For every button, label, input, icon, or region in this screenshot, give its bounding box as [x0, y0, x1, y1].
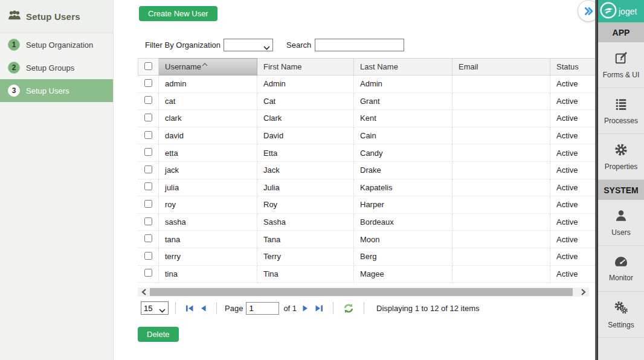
row-checkbox[interactable] — [144, 269, 152, 277]
sidebar-item-users[interactable]: Users — [598, 200, 644, 246]
organization-select[interactable] — [224, 39, 273, 51]
row-checkbox[interactable] — [144, 79, 152, 87]
table-row[interactable]: clark Clark Kent Active — [138, 110, 596, 127]
cell-last-name: Cain — [354, 127, 452, 144]
gear-icon — [614, 143, 628, 158]
row-checkbox[interactable] — [144, 182, 152, 190]
cell-username: clark — [159, 110, 257, 127]
cell-first-name: Cat — [257, 92, 354, 110]
row-checkbox[interactable] — [144, 166, 152, 173]
sidebar-item-label: Monitor — [609, 274, 633, 282]
section-header-app[interactable]: APP — [598, 22, 644, 42]
scroll-right-icon[interactable] — [577, 288, 589, 297]
table-row[interactable]: julia Julia Kapatelis Active — [138, 179, 596, 196]
table-row[interactable]: cat Cat Grant Active — [138, 92, 596, 110]
step-number-badge: 2 — [8, 62, 20, 74]
sidebar-item-label: Settings — [608, 321, 634, 329]
setup-wizard-sidebar: Setup Users 1 Setup Organization 2 Setup… — [0, 0, 114, 360]
step-number-badge: 1 — [8, 39, 20, 51]
cell-username: admin — [159, 76, 257, 93]
gauge-icon — [614, 256, 628, 269]
delete-button[interactable]: Delete — [138, 327, 179, 342]
edit-icon — [614, 51, 628, 66]
table-row[interactable]: david David Cain Active — [138, 127, 596, 144]
table-row[interactable]: admin Admin Admin Active — [138, 76, 596, 93]
sidebar-item-forms-ui[interactable]: Forms & UI — [598, 42, 644, 88]
row-checkbox-cell — [138, 161, 159, 179]
row-checkbox[interactable] — [144, 114, 152, 121]
joget-logo-icon — [600, 2, 617, 21]
cell-status: Active — [550, 127, 596, 144]
table-row[interactable]: tina Tina Magee Active — [138, 265, 596, 283]
select-all-checkbox[interactable] — [144, 62, 152, 70]
scroll-left-icon[interactable] — [138, 288, 150, 297]
cell-first-name: Clark — [257, 110, 354, 127]
brand-name: joget — [619, 7, 637, 16]
cell-status: Active — [550, 161, 596, 179]
step-setup-groups[interactable]: 2 Setup Groups — [0, 56, 113, 79]
cell-last-name: Candy — [354, 144, 452, 162]
sidebar-item-properties[interactable]: Properties — [598, 134, 644, 180]
table-row[interactable]: jack Jack Drake Active — [138, 161, 596, 179]
row-checkbox-cell — [138, 265, 159, 283]
filter-toolbar: Filter By Organization Search — [145, 39, 595, 51]
cell-email — [452, 110, 550, 127]
cell-username: david — [159, 127, 257, 144]
organization-select-wrap — [224, 39, 273, 51]
row-checkbox[interactable] — [144, 131, 152, 139]
last-page-icon[interactable] — [315, 304, 323, 312]
scrollbar-thumb[interactable] — [150, 288, 573, 296]
horizontal-scrollbar[interactable] — [138, 288, 589, 297]
column-header-email[interactable]: Email — [452, 59, 550, 76]
cell-last-name: Moon — [354, 231, 452, 248]
table-row[interactable]: etta Etta Candy Active — [138, 144, 596, 162]
step-setup-organization[interactable]: 1 Setup Organization — [0, 33, 113, 56]
row-checkbox-cell — [138, 92, 159, 110]
cell-first-name: Jack — [257, 161, 354, 179]
row-checkbox[interactable] — [144, 200, 152, 208]
cell-status: Active — [550, 196, 596, 214]
table-row[interactable]: tana Tana Moon Active — [138, 231, 596, 248]
page-size-select[interactable]: 15 — [141, 301, 169, 315]
cell-email — [452, 76, 550, 93]
cell-status: Active — [550, 92, 596, 110]
first-page-icon[interactable] — [185, 304, 194, 312]
sidebar-item-settings[interactable]: Settings — [598, 292, 644, 338]
column-header-username[interactable]: Username — [159, 59, 257, 76]
table-row[interactable]: sasha Sasha Bordeaux Active — [138, 213, 596, 231]
cell-email — [452, 248, 550, 265]
cell-email — [452, 196, 550, 214]
table-row[interactable]: terry Terry Berg Active — [138, 248, 596, 265]
row-checkbox[interactable] — [144, 217, 152, 225]
sidebar-item-label: Processes — [604, 117, 638, 125]
sidebar-item-processes[interactable]: Processes — [598, 88, 644, 134]
previous-page-icon[interactable] — [200, 304, 207, 312]
step-setup-users[interactable]: 3 Setup Users — [0, 79, 113, 102]
next-page-icon[interactable] — [302, 304, 309, 312]
cell-last-name: Bordeaux — [354, 213, 452, 231]
cell-first-name: Admin — [257, 76, 354, 93]
scrollbar-track[interactable] — [150, 288, 577, 297]
sidebar-item-monitor[interactable]: Monitor — [598, 246, 644, 292]
row-checkbox[interactable] — [144, 252, 152, 260]
column-header-last-name[interactable]: Last Name — [354, 59, 452, 76]
row-checkbox[interactable] — [144, 234, 152, 242]
create-new-user-button[interactable]: Create New User — [139, 6, 217, 21]
row-checkbox[interactable] — [144, 148, 152, 156]
row-checkbox[interactable] — [144, 96, 152, 104]
list-icon — [614, 97, 628, 112]
cell-status: Active — [550, 248, 596, 265]
search-label: Search — [286, 40, 311, 50]
refresh-icon[interactable] — [343, 303, 354, 313]
sidebar-item-label: Users — [611, 228, 630, 237]
table-row[interactable]: roy Roy Harper Active — [138, 196, 596, 214]
section-header-system[interactable]: SYSTEM — [598, 180, 644, 200]
page-number-input[interactable] — [246, 302, 279, 315]
cell-email — [452, 161, 550, 179]
user-icon — [614, 209, 628, 224]
users-table-container: Username First Name Last Name Email Stat… — [138, 58, 595, 283]
search-input[interactable] — [315, 39, 404, 51]
column-header-status[interactable]: Status — [550, 59, 596, 76]
column-header-first-name[interactable]: First Name — [257, 59, 354, 76]
step-label: Setup Organization — [26, 40, 93, 50]
